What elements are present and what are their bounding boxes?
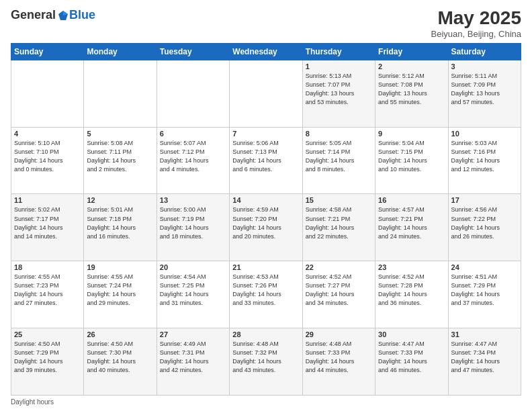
header: General Blue May 2025 Beiyuan, Beijing, … (11, 8, 521, 39)
day-info: Sunrise: 4:50 AM Sunset: 7:30 PM Dayligh… (87, 340, 153, 375)
calendar-week-row: 1Sunrise: 5:13 AM Sunset: 7:07 PM Daylig… (11, 60, 521, 127)
table-row: 15Sunrise: 4:58 AM Sunset: 7:21 PM Dayli… (302, 194, 375, 261)
day-info: Sunrise: 5:02 AM Sunset: 7:17 PM Dayligh… (14, 205, 81, 240)
day-number: 1 (306, 62, 372, 71)
col-monday: Monday (84, 43, 157, 60)
footer: Daylight hours (11, 398, 521, 406)
table-row: 2Sunrise: 5:12 AM Sunset: 7:08 PM Daylig… (375, 60, 448, 127)
table-row: 20Sunrise: 4:54 AM Sunset: 7:25 PM Dayli… (157, 261, 229, 328)
table-row: 4Sunrise: 5:10 AM Sunset: 7:10 PM Daylig… (11, 127, 84, 194)
table-row (230, 60, 302, 127)
calendar-header-row: Sunday Monday Tuesday Wednesday Thursday… (11, 43, 521, 60)
logo: General Blue (11, 8, 95, 22)
day-number: 25 (14, 330, 81, 338)
location: Beiyuan, Beijing, China (431, 29, 521, 39)
day-number: 13 (160, 196, 226, 204)
day-info: Sunrise: 5:06 AM Sunset: 7:13 PM Dayligh… (232, 139, 299, 174)
table-row: 8Sunrise: 5:05 AM Sunset: 7:14 PM Daylig… (302, 127, 375, 194)
table-row: 22Sunrise: 4:52 AM Sunset: 7:27 PM Dayli… (302, 261, 375, 328)
col-tuesday: Tuesday (157, 43, 229, 60)
day-number: 31 (451, 330, 518, 338)
logo-flag-icon (57, 9, 69, 21)
logo-general-text: General (11, 8, 56, 22)
table-row (84, 60, 157, 127)
col-friday: Friday (375, 43, 448, 60)
table-row: 25Sunrise: 4:50 AM Sunset: 7:29 PM Dayli… (11, 328, 84, 396)
day-info: Sunrise: 5:11 AM Sunset: 7:09 PM Dayligh… (451, 72, 518, 107)
day-number: 4 (14, 130, 81, 138)
day-info: Sunrise: 5:08 AM Sunset: 7:11 PM Dayligh… (87, 139, 153, 174)
day-number: 23 (378, 263, 445, 271)
table-row (157, 60, 229, 127)
day-number: 6 (160, 130, 226, 138)
day-number: 2 (378, 62, 445, 71)
day-info: Sunrise: 5:13 AM Sunset: 7:07 PM Dayligh… (306, 72, 372, 107)
table-row: 13Sunrise: 5:00 AM Sunset: 7:19 PM Dayli… (157, 194, 229, 261)
table-row: 29Sunrise: 4:48 AM Sunset: 7:33 PM Dayli… (302, 328, 375, 396)
table-row: 10Sunrise: 5:03 AM Sunset: 7:16 PM Dayli… (448, 127, 521, 194)
day-info: Sunrise: 4:55 AM Sunset: 7:24 PM Dayligh… (87, 273, 153, 308)
day-number: 7 (232, 130, 299, 138)
table-row: 3Sunrise: 5:11 AM Sunset: 7:09 PM Daylig… (448, 60, 521, 127)
day-number: 16 (378, 196, 445, 204)
day-info: Sunrise: 4:47 AM Sunset: 7:34 PM Dayligh… (451, 340, 518, 375)
day-number: 20 (160, 263, 226, 271)
table-row: 17Sunrise: 4:56 AM Sunset: 7:22 PM Dayli… (448, 194, 521, 261)
day-info: Sunrise: 5:12 AM Sunset: 7:08 PM Dayligh… (378, 72, 445, 107)
col-wednesday: Wednesday (230, 43, 302, 60)
day-info: Sunrise: 5:00 AM Sunset: 7:19 PM Dayligh… (160, 205, 226, 240)
day-info: Sunrise: 4:47 AM Sunset: 7:33 PM Dayligh… (378, 340, 445, 375)
day-info: Sunrise: 4:48 AM Sunset: 7:33 PM Dayligh… (306, 340, 372, 375)
table-row: 16Sunrise: 4:57 AM Sunset: 7:21 PM Dayli… (375, 194, 448, 261)
table-row: 5Sunrise: 5:08 AM Sunset: 7:11 PM Daylig… (84, 127, 157, 194)
table-row: 24Sunrise: 4:51 AM Sunset: 7:29 PM Dayli… (448, 261, 521, 328)
day-number: 22 (306, 263, 372, 271)
table-row: 30Sunrise: 4:47 AM Sunset: 7:33 PM Dayli… (375, 328, 448, 396)
day-number: 11 (14, 196, 81, 204)
col-sunday: Sunday (11, 43, 84, 60)
day-number: 10 (451, 130, 518, 138)
calendar-week-row: 18Sunrise: 4:55 AM Sunset: 7:23 PM Dayli… (11, 261, 521, 328)
table-row: 19Sunrise: 4:55 AM Sunset: 7:24 PM Dayli… (84, 261, 157, 328)
page: General Blue May 2025 Beiyuan, Beijing, … (0, 0, 532, 411)
table-row: 31Sunrise: 4:47 AM Sunset: 7:34 PM Dayli… (448, 328, 521, 396)
table-row: 11Sunrise: 5:02 AM Sunset: 7:17 PM Dayli… (11, 194, 84, 261)
day-info: Sunrise: 5:03 AM Sunset: 7:16 PM Dayligh… (451, 139, 518, 174)
day-info: Sunrise: 5:05 AM Sunset: 7:14 PM Dayligh… (306, 139, 372, 174)
day-info: Sunrise: 4:50 AM Sunset: 7:29 PM Dayligh… (14, 340, 81, 375)
day-info: Sunrise: 4:52 AM Sunset: 7:27 PM Dayligh… (306, 273, 372, 308)
table-row: 1Sunrise: 5:13 AM Sunset: 7:07 PM Daylig… (302, 60, 375, 127)
table-row: 26Sunrise: 4:50 AM Sunset: 7:30 PM Dayli… (84, 328, 157, 396)
day-number: 8 (306, 130, 372, 138)
calendar-week-row: 4Sunrise: 5:10 AM Sunset: 7:10 PM Daylig… (11, 127, 521, 194)
day-info: Sunrise: 4:51 AM Sunset: 7:29 PM Dayligh… (451, 273, 518, 308)
col-saturday: Saturday (448, 43, 521, 60)
day-info: Sunrise: 4:53 AM Sunset: 7:26 PM Dayligh… (232, 273, 299, 308)
header-right: May 2025 Beiyuan, Beijing, China (431, 8, 521, 39)
day-number: 14 (232, 196, 299, 204)
day-info: Sunrise: 4:59 AM Sunset: 7:20 PM Dayligh… (232, 205, 299, 240)
day-info: Sunrise: 4:52 AM Sunset: 7:28 PM Dayligh… (378, 273, 445, 308)
day-number: 3 (451, 62, 518, 71)
day-number: 15 (306, 196, 372, 204)
day-info: Sunrise: 4:58 AM Sunset: 7:21 PM Dayligh… (306, 205, 372, 240)
table-row: 7Sunrise: 5:06 AM Sunset: 7:13 PM Daylig… (230, 127, 302, 194)
day-number: 9 (378, 130, 445, 138)
table-row: 9Sunrise: 5:04 AM Sunset: 7:15 PM Daylig… (375, 127, 448, 194)
day-info: Sunrise: 5:01 AM Sunset: 7:18 PM Dayligh… (87, 205, 153, 240)
logo-blue-text: Blue (69, 8, 95, 22)
day-info: Sunrise: 4:49 AM Sunset: 7:31 PM Dayligh… (160, 340, 226, 375)
day-number: 17 (451, 196, 518, 204)
daylight-label: Daylight hours (11, 398, 54, 406)
day-number: 30 (378, 330, 445, 338)
table-row: 28Sunrise: 4:48 AM Sunset: 7:32 PM Dayli… (230, 328, 302, 396)
day-number: 26 (87, 330, 153, 338)
day-info: Sunrise: 4:48 AM Sunset: 7:32 PM Dayligh… (232, 340, 299, 375)
day-info: Sunrise: 5:04 AM Sunset: 7:15 PM Dayligh… (378, 139, 445, 174)
table-row (11, 60, 84, 127)
day-number: 29 (306, 330, 372, 338)
month-title: May 2025 (431, 8, 521, 29)
calendar-week-row: 11Sunrise: 5:02 AM Sunset: 7:17 PM Dayli… (11, 194, 521, 261)
table-row: 27Sunrise: 4:49 AM Sunset: 7:31 PM Dayli… (157, 328, 229, 396)
day-number: 18 (14, 263, 81, 271)
